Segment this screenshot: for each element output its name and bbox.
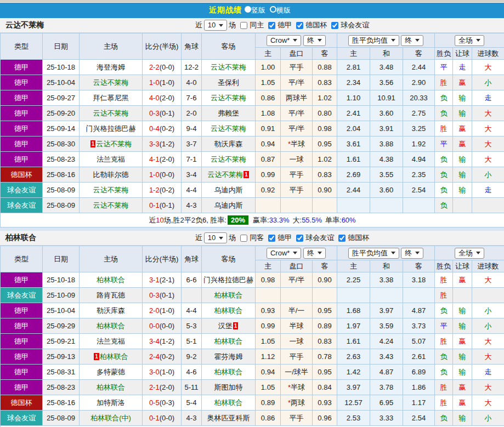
layout-radio-selected[interactable] — [245, 6, 251, 13]
fulltime-score: 2-0 — [149, 306, 160, 315]
fulltime-score: 1-0 — [149, 170, 160, 179]
layout-radio-label[interactable]: 横版 — [276, 6, 291, 14]
odds-home: 1.00 — [256, 60, 281, 75]
league-filter-checkbox[interactable] — [296, 235, 303, 242]
avg-home: 2.69 — [337, 167, 370, 183]
odds-handicap: 平/半 — [281, 106, 313, 121]
league-filter-label[interactable]: 德甲 — [278, 20, 292, 30]
date-cell: 25-09-21 — [43, 334, 80, 349]
handicap-value: 平/半 — [288, 276, 305, 284]
halftime-score: (0-2) — [160, 124, 174, 133]
handicap-value: 一球 — [290, 337, 304, 345]
corners-cell: 12-2 — [182, 60, 202, 75]
chevron-down-icon — [415, 252, 420, 254]
league-filter-checkbox[interactable] — [296, 22, 303, 29]
col-header-1: 日期 — [43, 246, 80, 272]
date-cell: 25-08-31 — [43, 365, 80, 380]
avg-odds-select[interactable]: 胜平负均值 — [348, 35, 399, 46]
games-label: 场 — [229, 20, 236, 30]
avg-home: 3.61 — [337, 136, 370, 152]
header-select-row: 类型日期主场比分(半场)角球客场Crow* 终胜平负均值 终全场 — [1, 246, 504, 260]
league-filter-label[interactable]: 德甲 — [278, 233, 292, 243]
match-type-cell: 德甲 — [1, 136, 43, 152]
handicap-value: 平手 — [290, 352, 304, 361]
match-row: 德甲25-08-31多特蒙德3-0(1-0)4-6柏林联合0.94一/球半0.9… — [1, 365, 504, 380]
scope-select[interactable]: 全场 — [455, 35, 484, 46]
odds-away: 0.83 — [313, 334, 337, 349]
match-count-select[interactable]: 10 — [204, 232, 227, 243]
match-row: 德甲25-10-04勒沃库森2-0(1-0)4-4柏林联合0.93半/一0.95… — [1, 303, 504, 318]
scope-group: 全场 — [435, 33, 504, 48]
result-handicap: 赢 — [453, 272, 472, 288]
league-filter-checkbox[interactable] — [338, 235, 346, 242]
handicap-value: 平/半 — [288, 78, 305, 87]
avg-away: 2.90 — [403, 75, 435, 90]
same-venue-checkbox[interactable] — [240, 235, 247, 242]
away-team-name: 柏林联合 — [214, 398, 243, 407]
match-type-cell: 德甲 — [1, 152, 43, 167]
games-label: 场 — [229, 233, 236, 243]
league-filter-checkbox[interactable] — [268, 235, 275, 242]
fulltime-score: 4-0 — [149, 94, 160, 102]
handicap-value: 半球 — [290, 322, 304, 330]
odds-source-select[interactable]: Crow* — [267, 35, 301, 46]
league-filter-checkbox[interactable] — [331, 22, 338, 29]
odds-handicap: 半球 — [281, 318, 313, 334]
page-title: 近期战绩 — [209, 5, 242, 15]
final-odds-select[interactable]: 终 — [303, 35, 326, 46]
date-cell: 25-09-27 — [43, 90, 80, 106]
result-goals: 大 — [472, 106, 504, 121]
corners-cell: 5-4 — [182, 395, 202, 411]
avg-odds-select[interactable]: 胜平负均值 — [348, 248, 399, 259]
sections: 云达不莱梅近10场同主德甲德国杯球会友谊类型日期主场比分(半场)角球客场Crow… — [0, 18, 504, 427]
match-type-cell: 德国杯 — [1, 167, 43, 183]
same-venue-label[interactable]: 同客 — [250, 233, 264, 243]
avg-away — [403, 198, 435, 213]
layout-radio-label[interactable]: 竖版 — [251, 6, 265, 14]
home-team-name: 比勒菲尔德 — [93, 170, 129, 179]
odds-handicap: 平手 — [281, 60, 313, 75]
summary-near: 近 — [149, 216, 156, 224]
avg-home — [337, 288, 370, 303]
avg-odds-group: 胜平负均值 终 — [337, 33, 435, 48]
match-row: 德甲25-09-27拜仁慕尼黑4-0(2-0)7-6云达不莱梅0.86两球半1.… — [1, 90, 504, 106]
odds-source-select[interactable]: Crow* — [267, 248, 301, 259]
result-handicap: 赢 — [453, 334, 472, 349]
final-odds-select[interactable]: 终 — [303, 248, 326, 259]
home-team-name: 加特斯洛 — [97, 398, 125, 407]
same-venue-label[interactable]: 同主 — [250, 20, 264, 30]
odds-handicap: 平/半 — [281, 75, 313, 90]
handicap-value: 平手 — [290, 186, 304, 194]
final-avg-select[interactable]: 终 — [401, 248, 423, 259]
scope-select-value: 全场 — [458, 36, 473, 45]
avg-home: 1.97 — [337, 318, 370, 334]
date-cell: 25-09-20 — [43, 106, 80, 121]
odds-handicap: *半球 — [281, 136, 313, 152]
result-outcome: 负 — [435, 152, 453, 167]
layout-radio-unselected[interactable] — [270, 6, 276, 13]
odds-handicap: 半/一 — [281, 303, 313, 318]
avg-away: 2.44 — [403, 60, 435, 75]
avg-draw — [370, 288, 403, 303]
score-cell: 1-0(0-0) — [143, 167, 182, 183]
score-cell: 4-1(2-0) — [143, 152, 182, 167]
avg-away: 1.92 — [403, 136, 435, 152]
avg-away: 4.94 — [403, 152, 435, 167]
league-filter-checkbox[interactable] — [268, 22, 275, 29]
match-count-select[interactable]: 10 — [204, 20, 227, 31]
summary-stat: 赢率:33.3% — [253, 216, 290, 224]
league-filter-label[interactable]: 德国杯 — [305, 20, 327, 30]
handicap-value: 平手 — [290, 414, 304, 422]
league-filter-label[interactable]: 球会友谊 — [341, 20, 369, 30]
league-filter-label[interactable]: 德国杯 — [348, 233, 369, 243]
scope-select[interactable]: 全场 — [455, 248, 484, 259]
home-team-name: 柏林联合 — [97, 276, 125, 284]
avg-draw: 4.38 — [370, 152, 403, 167]
away-team-cell: 柏林联合 — [202, 303, 256, 318]
final-avg-select[interactable]: 终 — [401, 35, 423, 46]
league-filter-label[interactable]: 球会友谊 — [305, 233, 334, 243]
handicap-value: *两球 — [288, 398, 305, 407]
halftime-score: (2-0) — [160, 155, 174, 163]
same-venue-checkbox[interactable] — [240, 22, 247, 29]
result-outcome: 胜 — [435, 75, 453, 90]
